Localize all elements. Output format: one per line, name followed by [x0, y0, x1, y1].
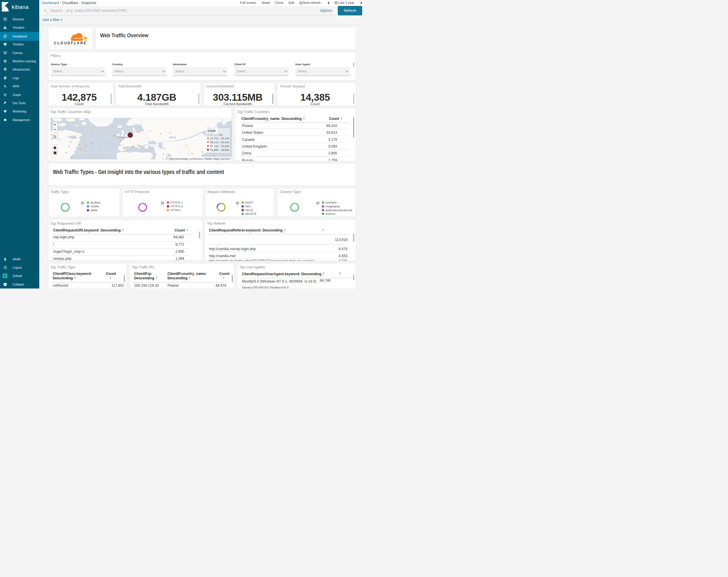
- svg-text:EUROPE: EUROPE: [117, 136, 128, 139]
- svg-text:CLOUDFLARE: CLOUDFLARE: [54, 41, 87, 45]
- svg-text:ASIA: ASIA: [170, 136, 176, 139]
